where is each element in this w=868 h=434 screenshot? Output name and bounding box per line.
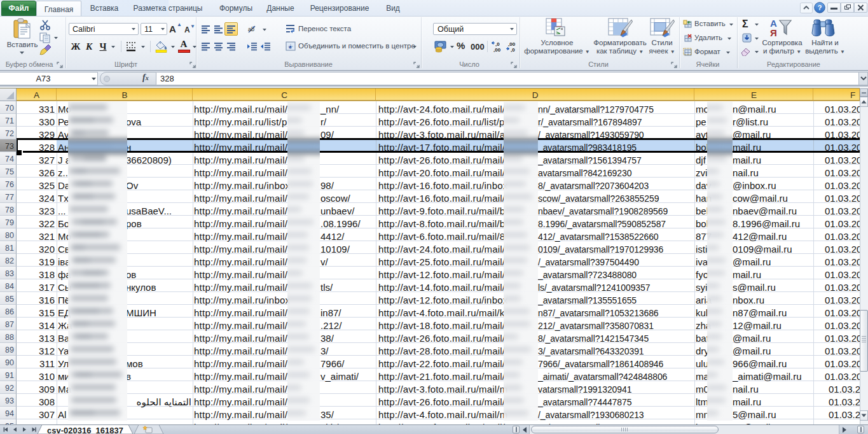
svg-text:Я: Я	[770, 27, 777, 38]
svg-text:,00: ,00	[493, 47, 501, 52]
svg-text:ab: ab	[248, 26, 254, 32]
svg-text:,0: ,0	[495, 41, 500, 47]
svg-text:a: a	[289, 43, 292, 50]
svg-text:,00: ,00	[508, 41, 516, 47]
svg-text:?: ?	[818, 4, 822, 11]
